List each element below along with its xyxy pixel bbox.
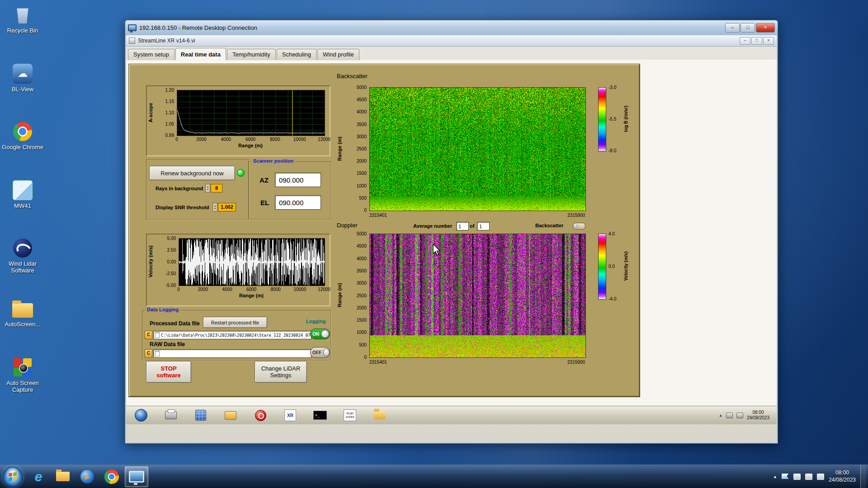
bs-cbticks-tick: -3.0 — [609, 85, 616, 90]
tab-real-time-data[interactable]: Real time data — [175, 48, 226, 61]
remote-clock[interactable]: 08:00 24/08/2023 — [747, 410, 769, 421]
rdp-titlebar[interactable]: 192.168.0.150 - Remote Desktop Connectio… — [125, 20, 778, 36]
desktop-icon-wind-lidar[interactable]: Wind Lidar Software — [2, 237, 43, 274]
rdp-minimize-button[interactable]: – — [725, 23, 740, 33]
data-logging-title: Data Logging — [145, 307, 180, 312]
bs-yticks-tick: 4500 — [357, 97, 367, 102]
app-minimize-button[interactable]: – — [740, 37, 750, 45]
app-titlebar[interactable]: StreamLine XR v14-6.vi – □ × — [126, 35, 777, 47]
desktop-icon-recycle-bin[interactable]: Recycle Bin — [2, 4, 43, 34]
spinner-down-icon[interactable]: ▼ — [214, 207, 216, 210]
change-lidar-settings-button[interactable]: Change LiDAR Settings — [255, 361, 307, 383]
velocity-xlabel: Range (m) — [179, 293, 324, 298]
rays-spinner[interactable]: ▲ ▼ — [205, 184, 210, 192]
vel-xticks-tick: 6000 — [246, 287, 256, 292]
velocity-chart-frame: Velocity (m/s) 5.002.500.00-2.50-5.00 02… — [146, 234, 330, 306]
taskbar-ie-button[interactable]: e — [27, 467, 50, 487]
remote-scan-sched-button[interactable]: Scan sched — [343, 408, 357, 422]
average-number-label: Average number — [413, 223, 452, 229]
raw-path-field[interactable] — [153, 349, 311, 358]
desktop-icon-auto-screen-capture[interactable]: Auto Screen Capture — [2, 356, 43, 394]
doppler-colorbar — [598, 234, 606, 300]
raw-logging-toggle[interactable]: OFF — [310, 347, 330, 358]
average-count-field[interactable]: 1 — [477, 222, 490, 230]
tab-temp-humidity[interactable]: Temp/humidity — [227, 49, 276, 60]
el-value-field[interactable]: 090.000 — [275, 195, 321, 210]
tray-caret-icon[interactable]: ▲ — [773, 474, 777, 479]
processed-drive-button[interactable]: C — [145, 331, 152, 339]
stop-software-button[interactable]: STOP software — [146, 361, 191, 383]
tab-strip: System setup Real time data Temp/humidit… — [126, 47, 777, 60]
scanner-position-group: Scanner position AZ 090.000 EL 090.000 — [248, 161, 331, 220]
stop-line2: software — [156, 372, 180, 379]
backscatter-colorbar-ticks: -3.0-5.5-8.0 — [607, 87, 623, 150]
ascope-xticks-tick: 2000 — [196, 137, 206, 142]
bs-yticks-tick: 1500 — [357, 171, 367, 176]
renew-background-button[interactable]: Renew background now — [149, 166, 235, 180]
app-close-button[interactable]: × — [763, 37, 774, 45]
processed-logging-toggle[interactable]: ON — [310, 328, 330, 339]
remote-console-button[interactable]: >_ — [313, 408, 327, 422]
ascope-xticks-tick: 12000 — [318, 137, 330, 142]
tray-network-icon[interactable] — [805, 474, 812, 480]
backscatter-xtick-left: 2315401 — [369, 213, 387, 218]
doppler-xticks: 2315401 2315900 — [369, 360, 585, 365]
doppler-xtick-left: 2315401 — [369, 360, 387, 365]
spinner-down-icon[interactable]: ▼ — [207, 188, 209, 191]
remote-start-button[interactable] — [134, 408, 148, 422]
az-value-field[interactable]: 090.000 — [275, 173, 321, 187]
processed-path-field[interactable]: C:\Lidar\Data\Proc\2023\202308\20230824\… — [153, 331, 311, 339]
desktop-icon-mw41[interactable]: MW41 — [2, 179, 43, 210]
desktop-icon-autoscreen[interactable]: AutoScreen... — [2, 297, 43, 328]
on-label: ON — [311, 332, 321, 337]
taskbar-clock[interactable]: 08:00 24/08/2023 — [829, 469, 856, 483]
taskbar-explorer-button[interactable] — [52, 467, 74, 487]
remote-xr-app-button[interactable]: XR — [283, 408, 297, 422]
ascope-yticks-tick: 1.15 — [165, 99, 174, 104]
backscatter-heatmap — [369, 87, 586, 211]
rdp-close-button[interactable]: × — [756, 23, 775, 33]
mw41-icon — [2, 179, 43, 202]
taskbar-media-player-button[interactable]: ▶ — [76, 467, 99, 487]
vel-xticks-tick: 0 — [177, 287, 180, 292]
snr-spinner[interactable]: ▲ ▼ — [212, 203, 217, 211]
backscatter-toggle-label: Backscatter — [535, 223, 563, 228]
desktop-icon-bl-view[interactable]: ☁ BL-View — [2, 62, 43, 93]
tab-wind-profile[interactable]: Wind profile — [317, 49, 359, 60]
taskbar-chrome-button[interactable] — [100, 467, 123, 487]
tray-volume-icon[interactable] — [817, 474, 824, 480]
start-button[interactable] — [3, 467, 23, 487]
desktop-icon-google-chrome[interactable]: Google Chrome — [2, 120, 43, 151]
action-center-flag-icon[interactable] — [782, 474, 789, 480]
remote-folder-app-button[interactable] — [224, 408, 237, 422]
ascope-yticks-tick: 1.05 — [165, 122, 174, 127]
taskbar-rdp-button[interactable] — [125, 466, 148, 487]
remote-printer-button[interactable] — [164, 408, 178, 422]
remote-network-icon[interactable] — [736, 413, 743, 418]
tray-device-icon[interactable] — [793, 474, 801, 480]
remote-volume-icon[interactable] — [726, 413, 733, 418]
tab-scheduling[interactable]: Scheduling — [277, 49, 316, 60]
rdp-maximize-button[interactable]: □ — [741, 23, 755, 33]
snr-threshold-value[interactable]: 1.002 — [218, 203, 236, 211]
remote-app-grid-button[interactable] — [194, 408, 208, 422]
desktop-icon-label: Auto Screen Capture — [2, 380, 43, 394]
vel-xticks-tick: 12000 — [318, 287, 330, 292]
average-number-field[interactable]: 1 — [456, 222, 469, 230]
show-desktop-button[interactable] — [860, 465, 866, 488]
backscatter-doppler-toggle[interactable] — [573, 223, 585, 230]
ascope-yticks: 1.201.151.101.050.99 — [156, 90, 175, 135]
change-line1: Change LiDAR — [261, 365, 301, 372]
wind-lidar-icon — [2, 237, 43, 259]
raw-drive-button[interactable]: C — [145, 349, 152, 358]
grid-app-icon — [195, 410, 206, 421]
remote-explorer-button[interactable] — [373, 408, 387, 422]
rays-value[interactable]: 8 — [211, 184, 222, 192]
console-prompt: >_ — [315, 413, 320, 418]
restart-processed-file-button[interactable]: Restart processed file — [203, 317, 267, 328]
remote-power-button[interactable] — [254, 408, 267, 422]
remote-tray-caret-icon[interactable]: ▲ — [719, 413, 722, 418]
app-restore-button[interactable]: □ — [751, 37, 762, 45]
tab-system-setup[interactable]: System setup — [128, 49, 175, 60]
dp-cbticks-tick: 0.0 — [609, 264, 615, 269]
